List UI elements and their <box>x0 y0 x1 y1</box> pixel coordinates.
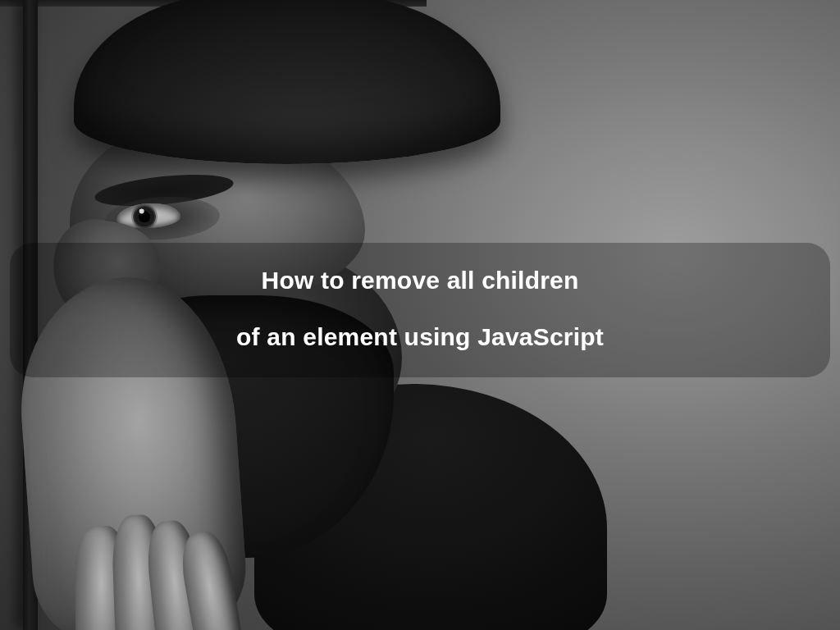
title-line-1: How to remove all children <box>34 264 806 296</box>
title-line-2: of an element using JavaScript <box>34 321 806 353</box>
frame-edge <box>0 0 427 7</box>
title-overlay: How to remove all children of an element… <box>10 243 830 377</box>
